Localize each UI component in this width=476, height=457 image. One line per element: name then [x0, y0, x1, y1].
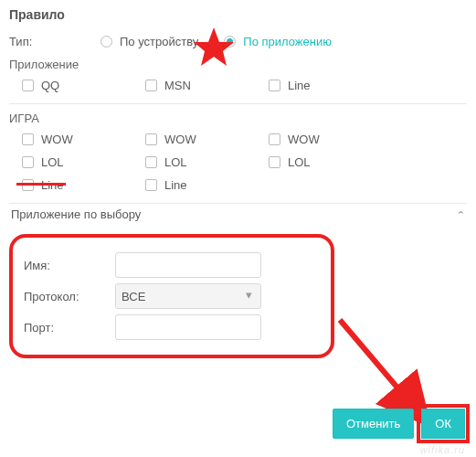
checkbox-label: WOW: [288, 133, 320, 146]
name-field[interactable]: [115, 252, 261, 278]
checkbox-lol[interactable]: [22, 156, 34, 168]
custom-app-label: Приложение по выбору: [11, 207, 141, 221]
watermark: wifika.ru: [420, 444, 465, 455]
checkbox-label: Line: [288, 79, 311, 92]
checkbox-wow[interactable]: [22, 133, 34, 145]
port-field[interactable]: [115, 314, 261, 340]
checkbox-label: WOW: [164, 133, 196, 146]
checkbox-msn[interactable]: [145, 80, 157, 91]
checkbox-label: WOW: [41, 133, 73, 146]
type-label: Тип:: [9, 35, 100, 48]
app-checkbox-grid: QQ MSN Line: [9, 79, 467, 92]
ok-button[interactable]: ОК: [421, 409, 465, 439]
protocol-select[interactable]: ВСЕ: [115, 283, 261, 309]
checkbox-lol[interactable]: [269, 156, 280, 168]
checkbox-label: LOL: [164, 155, 187, 169]
checkbox-wow[interactable]: [145, 133, 157, 145]
radio-by-app[interactable]: [224, 36, 236, 48]
custom-app-form: Имя: Протокол: ВСЕ Порт:: [9, 234, 334, 358]
protocol-label: Протокол:: [24, 290, 115, 303]
red-underline-icon: [16, 183, 66, 186]
port-label: Порт:: [24, 321, 115, 335]
checkbox-lol[interactable]: [145, 156, 157, 168]
cancel-button[interactable]: Отменить: [333, 409, 414, 439]
name-label: Имя:: [24, 259, 115, 272]
radio-by-device[interactable]: [100, 36, 112, 48]
checkbox-line[interactable]: [269, 80, 280, 91]
checkbox-wow[interactable]: [269, 133, 280, 145]
checkbox-label: Line: [164, 178, 187, 192]
checkbox-qq[interactable]: [22, 80, 34, 91]
checkbox-label: LOL: [41, 155, 64, 169]
custom-app-header[interactable]: Приложение по выбору ⌄: [9, 203, 467, 230]
type-radio-group: По устройству По приложению: [100, 35, 350, 48]
chevron-down-icon: ⌄: [457, 208, 465, 220]
checkbox-line[interactable]: [145, 179, 157, 191]
page-title: Правило: [9, 7, 467, 22]
radio-by-app-label: По приложению: [243, 35, 332, 48]
checkbox-label: MSN: [164, 79, 191, 92]
radio-by-device-label: По устройству: [120, 35, 198, 48]
app-section-label: Приложение: [9, 58, 467, 71]
checkbox-label: QQ: [41, 79, 59, 92]
svg-line-0: [340, 320, 418, 411]
game-section-label: ИГРА: [9, 103, 467, 125]
game-checkbox-grid: WOW WOW WOW LOL LOL LOL Line Line: [9, 133, 467, 192]
checkbox-label: LOL: [288, 155, 311, 169]
